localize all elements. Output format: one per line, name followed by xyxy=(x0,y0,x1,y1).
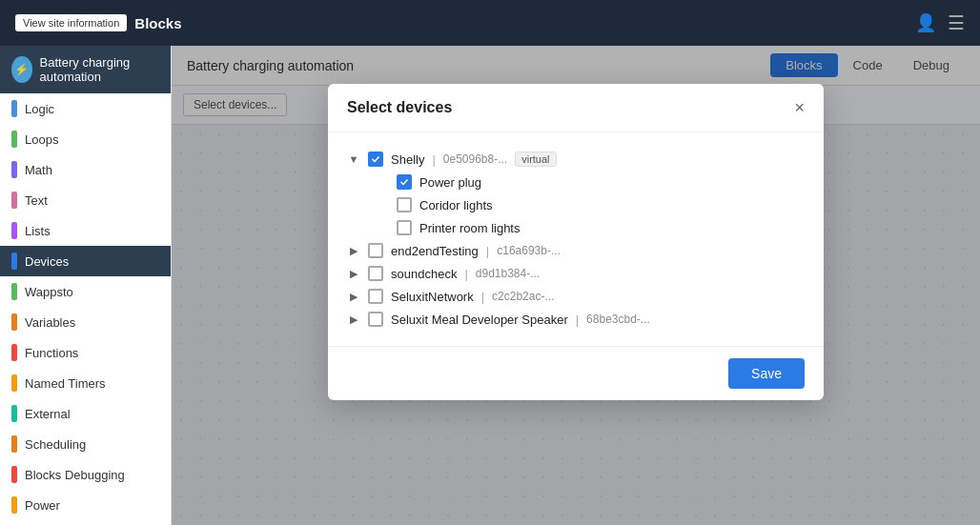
sidebar-item-named-timers[interactable]: Named Timers xyxy=(0,368,171,398)
child-device-name-1: Coridor lights xyxy=(419,198,493,212)
menu-icon[interactable]: ☰ xyxy=(948,11,965,34)
device-row-soundcheck: ▶soundcheck | d9d1b384-... xyxy=(347,262,805,285)
project-title: Battery charging automation xyxy=(40,55,159,84)
sidebar-item-wappsto[interactable]: Wappsto xyxy=(0,276,171,307)
sidebar-item-variables[interactable]: Variables xyxy=(0,307,171,337)
user-icon[interactable]: 👤 xyxy=(915,12,936,33)
device-checkbox-seluxit_meal[interactable] xyxy=(368,312,383,327)
device-id-seluxit_network: c2c2b2ac-... xyxy=(492,290,554,303)
modal-title: Select devices xyxy=(347,99,452,116)
device-id-seluxit_meal: 68be3cbd-... xyxy=(586,313,650,326)
expand-button-soundcheck[interactable]: ▶ xyxy=(347,268,360,280)
sidebar-item-devices[interactable]: Devices xyxy=(0,246,171,276)
modal-overlay: Select devices × ▼Shelly | 0e5096b8-...v… xyxy=(172,46,980,525)
modal-header: Select devices × xyxy=(328,84,824,132)
modal-close-button[interactable]: × xyxy=(794,99,805,116)
color-bar xyxy=(11,192,17,209)
color-bar xyxy=(11,252,17,270)
device-id-end2end: c16a693b-... xyxy=(497,244,561,257)
color-bar xyxy=(11,313,17,331)
device-checkbox-shelly[interactable] xyxy=(368,151,383,167)
color-bar xyxy=(11,344,17,361)
sidebar-items-container: LogicLoopsMathTextListsDevicesWappstoVar… xyxy=(0,93,171,520)
navbar-right: 👤 ☰ xyxy=(915,11,965,34)
sidebar-item-scheduling[interactable]: Scheduling xyxy=(0,429,171,459)
sidebar-item-lists[interactable]: Lists xyxy=(0,215,171,246)
navbar-title: Blocks xyxy=(134,15,181,31)
color-bar xyxy=(11,496,17,514)
navbar-left: View site information Blocks xyxy=(15,14,182,31)
color-bar xyxy=(11,283,17,300)
device-id-soundcheck: d9d1b384-... xyxy=(476,267,540,280)
device-name-end2end: end2endTesting xyxy=(391,244,479,258)
device-name-shelly: Shelly xyxy=(391,152,424,167)
color-bar xyxy=(11,435,17,453)
sidebar-item-math[interactable]: Math xyxy=(0,154,171,185)
expand-button-seluxit_network[interactable]: ▶ xyxy=(347,291,360,303)
sidebar-item-label: Blocks Debugging xyxy=(25,468,125,482)
device-row-shelly: ▼Shelly | 0e5096b8-...virtual xyxy=(347,148,805,171)
device-children-shelly: Power plugCoridor lightsPrinter room lig… xyxy=(376,171,805,239)
device-group-soundcheck: ▶soundcheck | d9d1b384-... xyxy=(347,262,805,285)
child-checkbox-2[interactable] xyxy=(397,220,412,235)
expand-button-seluxit_meal[interactable]: ▶ xyxy=(347,313,360,326)
expand-button-end2end[interactable]: ▶ xyxy=(347,245,360,257)
device-row-end2end: ▶end2endTesting | c16a693b-... xyxy=(347,239,805,262)
sidebar-item-label: Text xyxy=(25,193,48,208)
sidebar-item-logic[interactable]: Logic xyxy=(0,93,171,124)
main-container: ⚡ Battery charging automation LogicLoops… xyxy=(0,46,980,525)
device-checkbox-soundcheck[interactable] xyxy=(368,266,383,281)
device-name-seluxit_network: SeluxitNetwork xyxy=(391,290,474,304)
child-checkbox-1[interactable] xyxy=(397,197,412,212)
device-list: ▼Shelly | 0e5096b8-...virtualPower plugC… xyxy=(347,148,805,331)
device-checkbox-end2end[interactable] xyxy=(368,243,383,258)
sidebar-item-label: Math xyxy=(25,163,52,177)
sidebar-item-label: Loops xyxy=(25,132,58,147)
sidebar-item-loops[interactable]: Loops xyxy=(0,124,171,154)
save-button[interactable]: Save xyxy=(728,358,805,389)
sidebar-item-label: Logic xyxy=(25,102,54,116)
device-checkbox-seluxit_network[interactable] xyxy=(368,289,383,304)
sidebar: ⚡ Battery charging automation LogicLoops… xyxy=(0,46,172,525)
sidebar-header: ⚡ Battery charging automation xyxy=(0,46,171,93)
expand-button-shelly[interactable]: ▼ xyxy=(347,153,360,165)
content-area: Battery charging automation BlocksCodeDe… xyxy=(172,46,980,525)
device-badge-shelly: virtual xyxy=(515,151,556,167)
child-device-row-1: Coridor lights xyxy=(376,193,805,216)
sidebar-item-functions[interactable]: Functions xyxy=(0,337,171,368)
sidebar-item-label: Scheduling xyxy=(25,437,86,452)
color-bar xyxy=(11,222,17,239)
sidebar-item-label: Wappsto xyxy=(25,285,73,299)
navbar: View site information Blocks 👤 ☰ xyxy=(0,0,980,46)
color-bar xyxy=(11,131,17,148)
modal-footer: Save xyxy=(328,346,824,400)
color-bar xyxy=(11,405,17,422)
sidebar-item-label: Named Timers xyxy=(25,376,106,391)
sidebar-item-text[interactable]: Text xyxy=(0,185,171,215)
color-bar xyxy=(11,100,17,117)
device-group-seluxit_network: ▶SeluxitNetwork | c2c2b2ac-... xyxy=(347,285,805,308)
view-site-info-tooltip: View site information xyxy=(15,14,127,31)
device-group-seluxit_meal: ▶Seluxit Meal Developer Speaker | 68be3c… xyxy=(347,308,805,331)
sidebar-item-label: Devices xyxy=(25,254,69,269)
modal-body: ▼Shelly | 0e5096b8-...virtualPower plugC… xyxy=(328,132,824,346)
sidebar-item-label: Lists xyxy=(25,224,51,238)
device-row-seluxit_meal: ▶Seluxit Meal Developer Speaker | 68be3c… xyxy=(347,308,805,331)
child-device-row-2: Printer room lights xyxy=(376,216,805,239)
sidebar-item-external[interactable]: External xyxy=(0,398,171,429)
sidebar-item-label: Variables xyxy=(25,315,75,330)
child-device-name-0: Power plug xyxy=(419,175,481,190)
color-bar xyxy=(11,374,17,392)
sidebar-item-power[interactable]: Power xyxy=(0,490,171,520)
device-row-seluxit_network: ▶SeluxitNetwork | c2c2b2ac-... xyxy=(347,285,805,308)
child-checkbox-0[interactable] xyxy=(397,174,412,190)
device-group-end2end: ▶end2endTesting | c16a693b-... xyxy=(347,239,805,262)
child-device-name-2: Printer room lights xyxy=(419,221,520,235)
select-devices-modal: Select devices × ▼Shelly | 0e5096b8-...v… xyxy=(328,84,824,400)
child-device-row-0: Power plug xyxy=(376,171,805,193)
device-name-soundcheck: soundcheck xyxy=(391,267,457,281)
sidebar-item-label: Functions xyxy=(25,346,78,360)
project-icon: ⚡ xyxy=(11,56,32,83)
sidebar-item-blocks-debugging[interactable]: Blocks Debugging xyxy=(0,459,171,490)
device-id-shelly: 0e5096b8-... xyxy=(443,152,507,166)
